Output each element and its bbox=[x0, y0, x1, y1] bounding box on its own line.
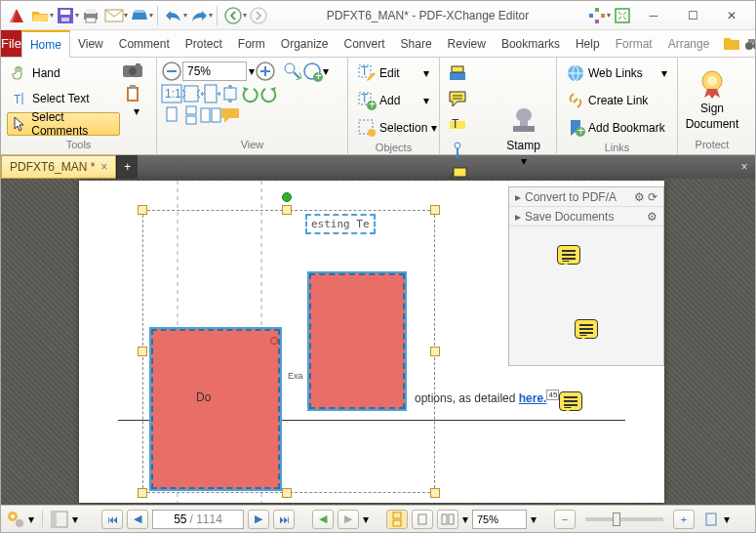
close-button[interactable]: ✕ bbox=[712, 2, 751, 29]
review-tab[interactable]: Review bbox=[440, 30, 494, 57]
add-button[interactable]: T+Add▾ bbox=[354, 89, 433, 112]
selection-handle[interactable] bbox=[282, 205, 292, 215]
fit-page-icon[interactable] bbox=[182, 85, 200, 102]
zoom-in-icon[interactable] bbox=[257, 62, 274, 80]
selection-handle[interactable] bbox=[138, 205, 147, 215]
open-icon[interactable] bbox=[29, 5, 51, 26]
scan-icon[interactable] bbox=[129, 5, 150, 26]
panel-save-row[interactable]: ▸Save Documents⚙ bbox=[509, 207, 663, 226]
save-icon[interactable] bbox=[55, 5, 76, 26]
mail-icon[interactable] bbox=[103, 5, 125, 26]
hand-tool[interactable]: Hand bbox=[7, 62, 120, 85]
options-gear-icon[interactable] bbox=[7, 511, 24, 528]
back-icon[interactable] bbox=[222, 5, 244, 26]
rotate-ccw-icon[interactable] bbox=[241, 85, 259, 102]
single-page-icon[interactable] bbox=[163, 106, 180, 124]
home-tab[interactable]: Home bbox=[21, 30, 70, 58]
sticky-note[interactable] bbox=[575, 319, 598, 339]
view-tab[interactable]: View bbox=[70, 30, 111, 57]
sticky-note[interactable] bbox=[557, 245, 580, 265]
fit-width-icon[interactable] bbox=[202, 85, 219, 102]
red-rectangle[interactable] bbox=[307, 271, 407, 411]
add-bookmark-button[interactable]: +Add Bookmark bbox=[563, 116, 671, 140]
selection-handle[interactable] bbox=[430, 488, 440, 498]
clipboard-icon[interactable] bbox=[124, 85, 141, 102]
selection-handle[interactable] bbox=[282, 488, 292, 498]
convert-tab[interactable]: Convert bbox=[337, 30, 393, 57]
web-links-button[interactable]: Web Links▾ bbox=[563, 62, 671, 85]
fit-visible-icon[interactable] bbox=[221, 85, 239, 102]
camera-icon[interactable] bbox=[124, 62, 141, 79]
highlight-icon[interactable]: T bbox=[446, 112, 469, 136]
select-comments-tool[interactable]: Select Comments bbox=[7, 112, 120, 136]
zoom-out-button[interactable]: − bbox=[554, 510, 576, 529]
status-zoom-input[interactable] bbox=[472, 510, 527, 529]
forward-icon[interactable] bbox=[248, 5, 269, 26]
format-tab[interactable]: Format bbox=[608, 30, 660, 57]
zoom-plus-icon[interactable]: + bbox=[303, 62, 321, 80]
undo-icon[interactable] bbox=[163, 5, 184, 26]
tab-close-icon[interactable]: × bbox=[100, 160, 107, 174]
plugins-icon[interactable] bbox=[586, 5, 608, 26]
fit-button[interactable] bbox=[702, 511, 720, 528]
file-tab[interactable]: File bbox=[1, 30, 21, 57]
zoom-input[interactable] bbox=[182, 62, 247, 81]
bookmarks-tab[interactable]: Bookmarks bbox=[494, 30, 568, 57]
redo-icon[interactable] bbox=[188, 5, 210, 26]
zoom-in-button[interactable]: + bbox=[673, 510, 695, 529]
layout-facing-button[interactable] bbox=[437, 510, 458, 529]
rotate-cw-icon[interactable] bbox=[260, 85, 278, 102]
organize-tab[interactable]: Organize bbox=[273, 30, 337, 57]
arrange-tab[interactable]: Arrange bbox=[660, 30, 718, 57]
next-page-button[interactable]: ▶ bbox=[248, 510, 269, 529]
selection-handle[interactable] bbox=[430, 205, 440, 215]
sticky-note[interactable] bbox=[559, 391, 582, 411]
zoom-out-icon[interactable] bbox=[163, 62, 180, 80]
panel-toggle-icon[interactable] bbox=[51, 511, 68, 528]
document-tab[interactable]: PDFXT6_MAN *× bbox=[1, 155, 116, 179]
fullscreen-icon[interactable] bbox=[612, 5, 633, 26]
help-tab[interactable]: Help bbox=[568, 30, 608, 57]
two-page-icon[interactable] bbox=[202, 106, 219, 124]
binoculars-icon[interactable] bbox=[744, 35, 756, 53]
continuous-icon[interactable] bbox=[182, 106, 200, 124]
create-link-button[interactable]: Create Link bbox=[563, 89, 671, 112]
close-pane-button[interactable]: × bbox=[734, 155, 755, 179]
document-canvas[interactable]: ▸Convert to PDF/A⚙ ⟳ ▸Save Documents⚙ es… bbox=[1, 179, 755, 505]
edit-button[interactable]: TEdit▾ bbox=[354, 62, 433, 85]
selection-handle[interactable] bbox=[138, 347, 147, 356]
select-text-tool[interactable]: TSelect Text bbox=[7, 87, 120, 110]
add-tab-button[interactable]: + bbox=[116, 155, 138, 179]
form-tab[interactable]: Form bbox=[230, 30, 273, 57]
last-page-button[interactable]: ⏭ bbox=[273, 510, 295, 529]
red-rectangle[interactable] bbox=[149, 327, 282, 491]
actual-size-icon[interactable]: 1:1 bbox=[163, 85, 180, 102]
attach-icon[interactable] bbox=[446, 138, 469, 161]
prev-page-button[interactable]: ◀ bbox=[127, 510, 148, 529]
sign-document-button[interactable]: Sign Document bbox=[684, 62, 740, 137]
zoom-slider[interactable] bbox=[585, 517, 663, 521]
layout-continuous-button[interactable] bbox=[412, 510, 433, 529]
comment-bubble-icon[interactable] bbox=[221, 106, 239, 124]
layout-single-button[interactable] bbox=[386, 510, 408, 529]
typewriter-icon[interactable] bbox=[446, 62, 469, 85]
nav-back-button[interactable]: ◀ bbox=[312, 510, 334, 529]
selection-button[interactable]: Selection▾ bbox=[354, 116, 433, 140]
selection-handle[interactable] bbox=[138, 488, 147, 498]
selection-handle[interactable] bbox=[430, 347, 440, 356]
first-page-button[interactable]: ⏮ bbox=[101, 510, 123, 529]
rotate-handle[interactable] bbox=[282, 192, 292, 202]
page-number[interactable]: 55/ 1114 bbox=[152, 510, 244, 529]
nav-forward-button[interactable]: ▶ bbox=[338, 510, 359, 529]
here-link[interactable]: here. bbox=[519, 391, 547, 405]
zoom-arrow-icon[interactable] bbox=[284, 62, 301, 80]
minimize-button[interactable]: ─ bbox=[634, 2, 673, 29]
panel-convert-row[interactable]: ▸Convert to PDF/A⚙ ⟳ bbox=[509, 187, 663, 207]
maximize-button[interactable]: ☐ bbox=[673, 2, 712, 29]
protect-tab[interactable]: Protect bbox=[178, 30, 230, 57]
share-tab[interactable]: Share bbox=[393, 30, 440, 57]
sticky-note-icon[interactable] bbox=[446, 87, 469, 110]
find-icon[interactable] bbox=[723, 35, 740, 53]
print-icon[interactable] bbox=[80, 5, 101, 26]
comment-tab[interactable]: Comment bbox=[111, 30, 178, 57]
